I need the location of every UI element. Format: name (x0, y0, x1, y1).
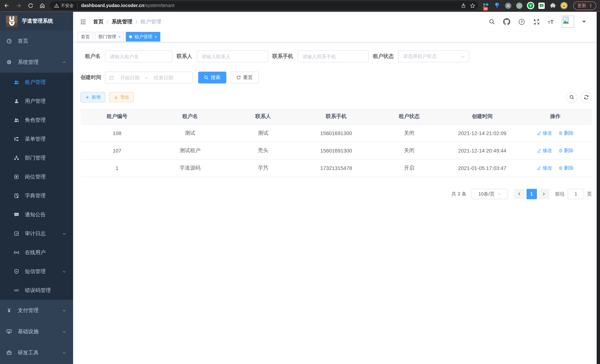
navbar-actions: ? TT (488, 16, 586, 28)
browser-menu-icon[interactable]: ⋮ (589, 3, 593, 8)
delete-button[interactable]: 删除 (558, 147, 574, 154)
page-number-1[interactable]: 1 (526, 189, 537, 199)
extension-badge: 10 (483, 7, 488, 10)
close-icon[interactable]: × (118, 35, 121, 39)
refresh-icon (236, 75, 241, 80)
tag-home[interactable]: 首页 (77, 32, 93, 42)
avatar[interactable] (562, 16, 574, 28)
navbar: 首页 / 系统管理 / 租户管理 ? TT (73, 12, 597, 32)
plus-icon (85, 95, 89, 99)
sidebar-item-error-code[interactable]: 错误码管理 (0, 281, 73, 300)
warning-icon (54, 3, 59, 8)
date-range-picker[interactable]: - (105, 72, 193, 84)
date-start-input[interactable] (116, 75, 144, 80)
profile-avatar-icon[interactable] (560, 2, 568, 9)
audit-log-icon (14, 231, 19, 236)
goto-page-input[interactable] (568, 189, 584, 199)
reset-button[interactable]: 重置 (230, 72, 259, 84)
search-icon[interactable] (488, 19, 495, 25)
sidebar-item-menu[interactable]: 菜单管理 (0, 130, 73, 149)
sidebar-item-online-users[interactable]: 在线用户 (0, 243, 73, 262)
table-row: 108 测试 测试 15601691300 关闭 2021-12-14 21:0… (81, 124, 592, 142)
breadcrumb-system[interactable]: 系统管理 (112, 18, 132, 25)
close-icon[interactable]: × (155, 35, 157, 39)
date-separator: - (146, 75, 148, 80)
sidebar-item-post[interactable]: 岗位管理 (0, 167, 73, 186)
delete-button[interactable]: 删除 (558, 130, 574, 136)
fullscreen-icon[interactable] (533, 18, 540, 25)
sidebar-item-user[interactable]: 用户管理 (0, 92, 73, 111)
menu-tree-icon (14, 136, 19, 142)
extension-y-icon[interactable]: Y (526, 2, 534, 9)
extension-command-icon[interactable]: ⌘ (504, 2, 512, 9)
extension-balloon-icon[interactable] (493, 2, 501, 9)
help-icon[interactable]: ? (518, 18, 525, 25)
tag-dept[interactable]: 部门管理× (95, 32, 124, 42)
sidebar-item-sms[interactable]: 短信管理 (0, 262, 73, 281)
security-label: 不安全 (61, 3, 74, 8)
main-area: 首页 / 系统管理 / 租户管理 ? TT (73, 12, 597, 364)
sidebar-item-home[interactable]: 首页 (0, 30, 73, 52)
forward-icon[interactable] (14, 1, 23, 10)
edit-button[interactable]: 修改 (537, 130, 552, 136)
next-page-button[interactable] (539, 189, 549, 199)
table-refresh-icon[interactable] (581, 92, 592, 103)
sidebar-fold-icon[interactable] (80, 18, 86, 25)
export-button[interactable]: 导出 (109, 92, 134, 103)
toolbox-icon (6, 350, 12, 355)
address-bar[interactable]: 不安全 dashboard.yudao.iocoder.cn/system/te… (50, 1, 478, 10)
sidebar-item-role[interactable]: 角色管理 (0, 111, 73, 130)
gear-icon (6, 59, 12, 65)
home-icon[interactable] (38, 1, 47, 10)
sidebar-item-tenant[interactable]: 租户管理 (0, 73, 73, 92)
back-icon[interactable] (2, 1, 11, 10)
trash-icon (558, 131, 563, 135)
font-size-icon[interactable]: TT (548, 19, 554, 25)
add-button[interactable]: 新增 (81, 92, 105, 103)
status-select[interactable]: 请选择租户状态 (398, 50, 469, 62)
extensions-puzzle-icon[interactable] (549, 2, 557, 9)
prev-page-button[interactable] (514, 189, 525, 199)
breadcrumb-home[interactable]: 首页 (93, 18, 103, 25)
sidebar-item-system[interactable]: 系统管理 (0, 52, 73, 73)
col-status: 租户状态 (373, 109, 446, 124)
sidebar-item-audit-log[interactable]: 审计日志 (0, 224, 73, 243)
sidebar-item-notice[interactable]: 通知公告 (0, 205, 73, 224)
window-edge (597, 12, 600, 364)
sidebar-item-infra[interactable]: 基础设施 (0, 321, 73, 342)
chevron-right-icon (542, 192, 546, 196)
sidebar-item-pay[interactable]: 支付管理 (0, 300, 73, 321)
shield-check-icon (14, 269, 19, 274)
delete-button[interactable]: 删除 (558, 165, 574, 171)
extension-tag-icon[interactable]: 10 (482, 2, 490, 9)
reload-icon[interactable] (26, 1, 35, 10)
extension-chat-icon[interactable] (538, 2, 545, 9)
table-header-row: 租户编号 租户名 联系人 联系手机 租户状态 创建时间 操作 (81, 109, 592, 124)
github-icon[interactable] (503, 18, 510, 25)
col-tenant-id: 租户编号 (81, 109, 154, 124)
filter-contact: 联系人 (177, 50, 268, 62)
browser-update-button[interactable]: 更新 ⋮ (573, 1, 596, 10)
share-icon[interactable] (461, 3, 466, 8)
user-menu-caret-icon[interactable] (582, 21, 586, 25)
sidebar-item-dict[interactable]: 字典管理 (0, 186, 73, 205)
contact-input[interactable] (197, 50, 268, 62)
extension-record-icon[interactable] (516, 2, 523, 9)
browser-toolbar: 不安全 dashboard.yudao.iocoder.cn/system/te… (0, 0, 600, 12)
sidebar-item-dept[interactable]: 部门管理 (0, 149, 73, 167)
yen-icon (6, 308, 12, 313)
mobile-input[interactable] (298, 50, 369, 62)
date-end-input[interactable] (150, 75, 177, 80)
bookmark-star-icon[interactable] (470, 3, 475, 8)
breadcrumb-current: 租户管理 (141, 18, 161, 25)
security-chip[interactable]: 不安全 (54, 3, 77, 8)
tag-tenant[interactable]: 租户管理× (126, 32, 160, 42)
edit-button[interactable]: 修改 (537, 165, 552, 171)
search-button[interactable]: 搜索 (198, 72, 226, 84)
breadcrumb-separator: / (107, 19, 108, 25)
sidebar-item-dev-tools[interactable]: 研发工具 (0, 342, 73, 363)
edit-button[interactable]: 修改 (537, 147, 552, 154)
page-size-select[interactable]: 10条/页 (472, 189, 508, 199)
tenant-name-input[interactable] (105, 50, 173, 62)
table-search-toggle-icon[interactable] (566, 92, 577, 103)
